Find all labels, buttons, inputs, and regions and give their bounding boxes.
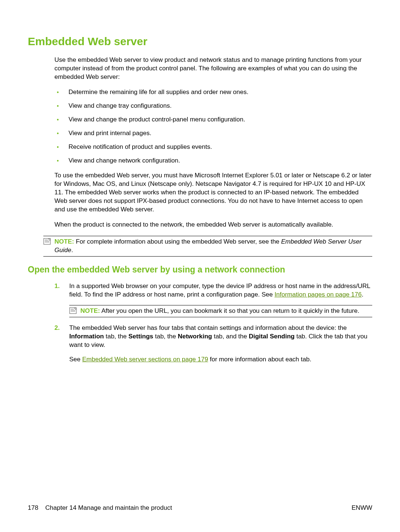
- list-item: View and change network configuration.: [54, 157, 372, 165]
- section-title: Open the embedded Web server by using a …: [28, 265, 372, 275]
- t: tab, the: [104, 333, 129, 340]
- availability-paragraph: When the product is connected to the net…: [54, 221, 372, 229]
- bold-information: Information: [69, 333, 104, 340]
- note-text-pre: For complete information about using the…: [76, 238, 281, 245]
- inner-note-content: NOTE: After you open the URL, you can bo…: [80, 307, 359, 314]
- step2-text: The embedded Web server has four tabs th…: [69, 324, 367, 348]
- list-item: Receive notification of product and supp…: [54, 143, 372, 151]
- list-item: View and change the product control-pane…: [54, 116, 372, 124]
- note-icon: [43, 238, 51, 245]
- bold-digital-sending: Digital Sending: [249, 333, 295, 340]
- bold-settings: Settings: [129, 333, 153, 340]
- intro-paragraph: Use the embedded Web server to view prod…: [54, 56, 372, 81]
- numbered-list: 1. In a supported Web browser on your co…: [54, 282, 372, 364]
- step2-para2: See Embedded Web server sections on page…: [69, 355, 372, 364]
- page-number: 178: [28, 504, 38, 511]
- chapter-label: Chapter 14 Manage and maintain the produ…: [45, 504, 172, 511]
- content-block: Use the embedded Web server to view prod…: [54, 56, 372, 229]
- svg-rect-0: [44, 238, 50, 244]
- step-number: 2.: [54, 324, 60, 332]
- note-callout: NOTE: For complete information about usi…: [43, 236, 372, 257]
- steps-block: 1. In a supported Web browser on your co…: [54, 282, 372, 364]
- note-label: NOTE:: [54, 238, 74, 245]
- step-1: 1. In a supported Web browser on your co…: [54, 282, 372, 317]
- note-content: NOTE: For complete information about usi…: [54, 238, 361, 254]
- link-information-pages[interactable]: Information pages on page 176: [274, 291, 361, 298]
- inner-note-callout: NOTE: After you open the URL, you can bo…: [69, 305, 372, 317]
- svg-line-4: [48, 239, 50, 241]
- note-icon: [69, 307, 77, 314]
- requirements-paragraph: To use the embedded Web server, you must…: [54, 171, 372, 214]
- step-text-post: .: [361, 291, 363, 298]
- t: See: [69, 356, 82, 363]
- inner-note-text: After you open the URL, you can bookmark…: [101, 307, 359, 314]
- note-text-post: .: [71, 247, 73, 254]
- svg-line-9: [74, 308, 76, 310]
- note-label: NOTE:: [80, 307, 100, 314]
- page-title: Embedded Web server: [28, 35, 372, 48]
- list-item: View and change tray configurations.: [54, 102, 372, 110]
- link-ews-sections[interactable]: Embedded Web server sections on page 179: [82, 356, 208, 363]
- document-page: Embedded Web server Use the embedded Web…: [0, 0, 400, 532]
- step-number: 1.: [54, 282, 60, 291]
- bold-networking: Networking: [178, 333, 212, 340]
- footer-left: 178 Chapter 14 Manage and maintain the p…: [28, 504, 172, 512]
- t: for more information about each tab.: [208, 356, 311, 363]
- list-item: View and print internal pages.: [54, 129, 372, 138]
- step-2: 2. The embedded Web server has four tabs…: [54, 324, 372, 364]
- svg-rect-5: [70, 308, 76, 314]
- page-footer: 178 Chapter 14 Manage and maintain the p…: [28, 504, 372, 512]
- t: tab, the: [153, 333, 178, 340]
- feature-list: Determine the remaining life for all sup…: [54, 88, 372, 165]
- t: tab, and the: [212, 333, 249, 340]
- footer-right: ENWW: [351, 504, 372, 512]
- list-item: Determine the remaining life for all sup…: [54, 88, 372, 97]
- t: The embedded Web server has four tabs th…: [69, 324, 347, 331]
